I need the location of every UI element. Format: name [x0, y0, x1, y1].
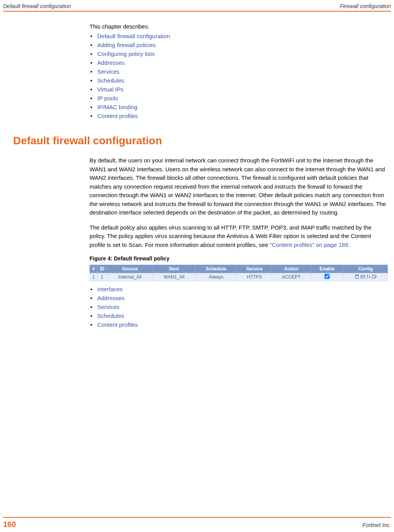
link-ip-pools[interactable]: IP pools	[97, 95, 118, 101]
header-right-title: Firewall configuration	[340, 3, 391, 9]
link-content-profiles[interactable]: Content profiles	[97, 113, 138, 119]
move-icon[interactable]	[366, 274, 371, 279]
link-adding-firewall-policies[interactable]: Adding firewall policies	[97, 42, 156, 48]
default-firewall-policy-table: # ID Source Dest Schedule Service Action…	[90, 265, 388, 281]
sub-links-list: Interfaces Addresses Services Schedules …	[90, 286, 388, 328]
page-footer: 160 Fortinet Inc.	[0, 517, 394, 532]
link-services[interactable]: Services	[97, 68, 120, 75]
cell-enable	[311, 273, 343, 281]
cell-service: HTTPS	[237, 273, 272, 281]
chapter-links-list: Default firewall configuration Adding fi…	[90, 33, 388, 119]
header-divider	[3, 11, 391, 12]
link-services-2[interactable]: Services	[97, 304, 120, 310]
col-dest: Dest	[153, 265, 195, 273]
link-default-firewall-configuration[interactable]: Default firewall configuration	[97, 33, 170, 39]
enable-checkbox[interactable]	[325, 274, 330, 279]
col-number: #	[90, 265, 98, 273]
paragraph-1: By default, the users on your internal n…	[90, 156, 388, 217]
cell-source: Internal_All	[107, 273, 153, 281]
table-row: 1 1 Internal_All WAN1_All Always HTTPS A…	[90, 273, 388, 281]
link-schedules-2[interactable]: Schedules	[97, 312, 124, 319]
delete-icon[interactable]	[355, 274, 359, 279]
cell-num: 1	[90, 273, 98, 281]
cell-schedule: Always	[195, 273, 237, 281]
intro-text: This chapter describes:	[90, 23, 388, 30]
link-interfaces[interactable]: Interfaces	[97, 286, 123, 292]
col-action: Action	[272, 265, 311, 273]
col-id: ID	[97, 265, 107, 273]
link-content-profiles-page[interactable]: "Content profiles" on page 189	[270, 242, 348, 248]
figure-caption: Figure 4: Default firewall policy	[90, 255, 388, 262]
footer-company: Fortinet Inc.	[362, 522, 391, 528]
link-configuring-policy-lists[interactable]: Configuring policy lists	[97, 51, 155, 57]
cell-config	[343, 273, 387, 281]
link-schedules[interactable]: Schedules	[97, 77, 124, 84]
link-addresses-2[interactable]: Addresses	[97, 295, 125, 301]
cell-dest: WAN1_All	[153, 273, 195, 281]
link-addresses[interactable]: Addresses	[97, 59, 125, 66]
col-enable: Enable	[311, 265, 343, 273]
link-content-profiles-2[interactable]: Content profiles	[97, 321, 138, 328]
section-heading: Default firewall configuration	[13, 135, 388, 147]
col-service: Service	[237, 265, 272, 273]
svg-rect-4	[372, 275, 375, 278]
link-ip-mac-binding[interactable]: IP/MAC binding	[97, 104, 137, 110]
page-number: 160	[3, 520, 16, 529]
col-source: Source	[107, 265, 153, 273]
col-config: Config	[343, 265, 387, 273]
insert-icon[interactable]	[372, 274, 377, 279]
paragraph-2: The default policy also applies virus sc…	[90, 223, 388, 250]
edit-icon[interactable]	[360, 274, 365, 279]
link-virtual-ips[interactable]: Virtual IPs	[97, 86, 123, 93]
svg-rect-0	[355, 275, 358, 279]
footer-divider	[3, 517, 391, 518]
cell-action: ACCEPT	[272, 273, 311, 281]
header-left-title: Default firewall configuration	[3, 3, 71, 9]
col-schedule: Schedule	[195, 265, 237, 273]
paragraph-2b: .	[348, 242, 350, 248]
cell-id: 1	[97, 273, 107, 281]
